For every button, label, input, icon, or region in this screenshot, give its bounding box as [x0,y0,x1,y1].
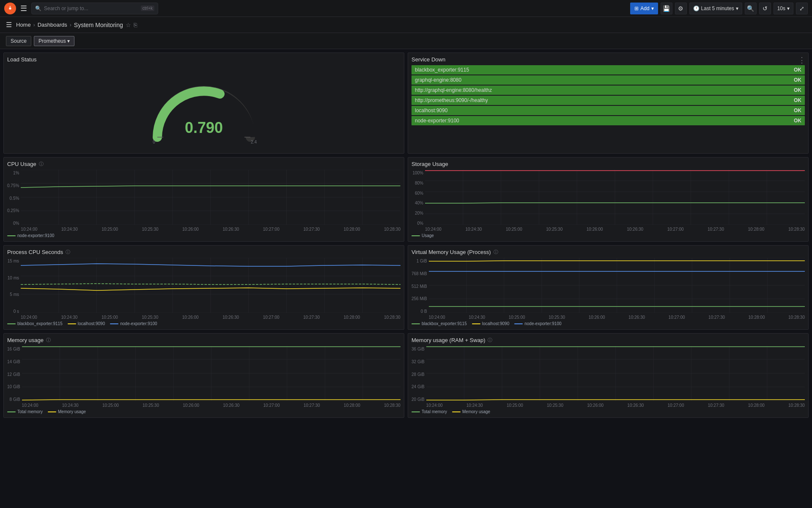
process-cpu-x-labels: 10:24:00 10:24:30 10:25:00 10:25:30 10:2… [21,315,401,320]
service-panel-menu[interactable]: ⋮ [798,55,806,65]
process-cpu-chart-wrapper: 15 ms 10 ms 5 ms 0 s [7,258,401,320]
source-filter-button[interactable]: Source [6,36,31,46]
memory-ram-swap-chart-wrapper: 36 GiB 32 GiB 28 GiB 24 GiB 20 GiB [411,346,805,408]
virtual-memory-y-labels: 1 GiB 768 MiB 512 MiB 256 MiB 0 B [411,258,429,320]
legend-item: localhost:9090 [472,321,510,326]
breadcrumb-sep1: › [33,22,35,28]
legend-color [7,323,16,324]
load-status-panel: Load Status 0.790 0 2.4 [3,52,404,154]
memory-info-icon: ⓘ [46,337,51,343]
add-label: Add [640,6,649,11]
time-range-label: Last 5 minutes [701,6,734,11]
virtual-memory-title: Virtual Memory Usage (Process) ⓘ [411,249,805,255]
legend-item: Total memory [411,409,447,414]
legend-item: Memory usage [48,409,86,414]
expand-button[interactable]: ⤢ [796,3,808,14]
save-dashboard-button[interactable]: 💾 [661,3,672,14]
service-down-panel: Service Down ⋮ blackbox_exporter:9115 OK… [408,52,809,154]
legend-color [411,411,420,412]
zoom-out-button[interactable]: 🔍 [745,3,757,14]
topbar-left: ☰ 🔍 Search or jump to... ctrl+k [4,2,627,15]
time-range-button[interactable]: 🕐 Last 5 minutes ▾ [689,3,742,14]
service-row: graphql-engine:8080 OK [411,75,805,85]
memory-chart-svg [22,346,401,401]
star-button[interactable]: ☆ [126,22,131,28]
storage-legend: Usage [411,233,805,238]
virtual-memory-chart-svg [429,258,805,313]
add-icon: ⊞ [634,6,639,11]
service-row: http://prometheus:9090/-/healthy OK [411,96,805,105]
svg-point-2 [10,6,11,7]
legend-item: Usage [411,233,434,238]
memory-ram-swap-title: Memory usage (RAM + Swap) ⓘ [411,337,805,343]
cpu-info-icon: ⓘ [39,161,44,167]
grafana-logo [4,3,16,14]
refresh-rate-label: 10s [777,6,785,11]
legend-item: node-exporter:9100 [110,321,157,326]
legend-item: Memory usage [452,409,490,414]
search-bar[interactable]: 🔍 Search or jump to... ctrl+k [31,3,158,14]
svg-text:0: 0 [153,140,155,144]
cpu-usage-title: CPU Usage ⓘ [7,161,401,167]
legend-item: node-exporter:9100 [7,233,54,238]
process-cpu-chart-area: 10:24:00 10:24:30 10:25:00 10:25:30 10:2… [21,258,401,320]
cpu-usage-panel: CPU Usage ⓘ 1% 0.75% 0.5% 0.25% 0% [3,157,404,242]
breadcrumb-hamburger[interactable]: ☰ [4,19,14,30]
cpu-x-labels: 10:24:00 10:24:30 10:25:00 10:25:30 10:2… [21,227,401,232]
memory-ram-swap-x-labels: 10:24:00 10:24:30 10:25:00 10:25:30 10:2… [426,403,805,408]
legend-item: Total memory [7,409,43,414]
process-cpu-title: Process CPU Seconds ⓘ [7,249,401,255]
legend-color [68,323,76,324]
add-button[interactable]: ⊞ Add ▾ [630,3,658,14]
legend-color [7,411,16,412]
hamburger-button[interactable]: ☰ [19,2,29,15]
cpu-chart-area: 10:24:00 10:24:30 10:25:00 10:25:30 10:2… [21,170,401,232]
storage-usage-title: Storage Usage [411,161,805,167]
virtual-memory-x-labels: 10:24:00 10:24:30 10:25:00 10:25:30 10:2… [429,315,805,320]
cpu-chart-svg [21,170,401,225]
memory-ram-swap-panel: Memory usage (RAM + Swap) ⓘ 36 GiB 32 Gi… [408,333,809,418]
process-cpu-chart-svg [21,258,401,313]
memory-ram-swap-y-labels: 36 GiB 32 GiB 28 GiB 24 GiB 20 GiB [411,346,426,408]
service-row: localhost:9090 OK [411,106,805,115]
virtual-memory-chart-area: 10:24:00 10:24:30 10:25:00 10:25:30 10:2… [429,258,805,320]
legend-color [7,235,16,236]
virtual-memory-legend: blackbox_exporter:9115 localhost:9090 no… [411,321,805,326]
breadcrumb-dashboards[interactable]: Dashboards [38,22,67,28]
topbar-right: ⊞ Add ▾ 💾 ⚙ 🕐 Last 5 minutes ▾ 🔍 ↺ 10s ▾… [630,3,808,14]
breadcrumb-sep2: › [70,22,71,28]
cpu-y-labels: 1% 0.75% 0.5% 0.25% 0% [7,170,21,232]
storage-chart-wrapper: 100% 80% 60% 40% 20% 0% [411,170,805,232]
memory-ram-swap-chart-svg [426,346,805,401]
storage-x-labels: 10:24:00 10:24:30 10:25:00 10:25:30 10:2… [425,227,805,232]
cpu-chart-wrapper: 1% 0.75% 0.5% 0.25% 0% [7,170,401,232]
service-row: blackbox_exporter:9115 OK [411,65,805,75]
virtual-memory-info-icon: ⓘ [494,249,498,255]
refresh-button[interactable]: ↺ [759,3,771,14]
memory-chart-area: 10:24:00 10:24:30 10:25:00 10:25:30 10:2… [22,346,401,408]
memory-usage-title: Memory usage ⓘ [7,337,401,343]
gauge-container: 0.790 0 2.4 [7,65,401,150]
load-status-title: Load Status [7,56,401,63]
svg-text:2.4: 2.4 [251,140,257,144]
process-cpu-legend: blackbox_exporter:9115 localhost:9090 no… [7,321,401,326]
legend-color [110,323,118,324]
settings-button[interactable]: ⚙ [675,3,687,14]
dashboard: Load Status 0.790 0 2.4 Ser [0,49,812,421]
memory-x-labels: 10:24:00 10:24:30 10:25:00 10:25:30 10:2… [22,403,401,408]
refresh-rate-button[interactable]: 10s ▾ [774,3,793,14]
service-row: node-exporter:9100 OK [411,116,805,125]
service-row: http://graphql-engine:8080/healthz OK [411,86,805,95]
gauge-svg: 0.790 0 2.4 [145,69,263,146]
prometheus-filter-button[interactable]: Prometheus ▾ [34,36,74,46]
search-icon: 🔍 [35,6,41,11]
topbar: ☰ 🔍 Search or jump to... ctrl+k ⊞ Add ▾ … [0,0,812,17]
filter-bar: Source Prometheus ▾ [0,33,812,49]
time-range-chevron-icon: ▾ [736,6,738,11]
share-button[interactable]: ⎘ [134,22,137,28]
legend-color [48,411,56,412]
breadcrumb-home[interactable]: Home [16,22,31,28]
memory-y-labels: 16 GiB 14 GiB 12 GiB 10 GiB 8 GiB [7,346,22,408]
legend-item: localhost:9090 [68,321,105,326]
virtual-memory-panel: Virtual Memory Usage (Process) ⓘ 1 GiB 7… [408,245,809,330]
